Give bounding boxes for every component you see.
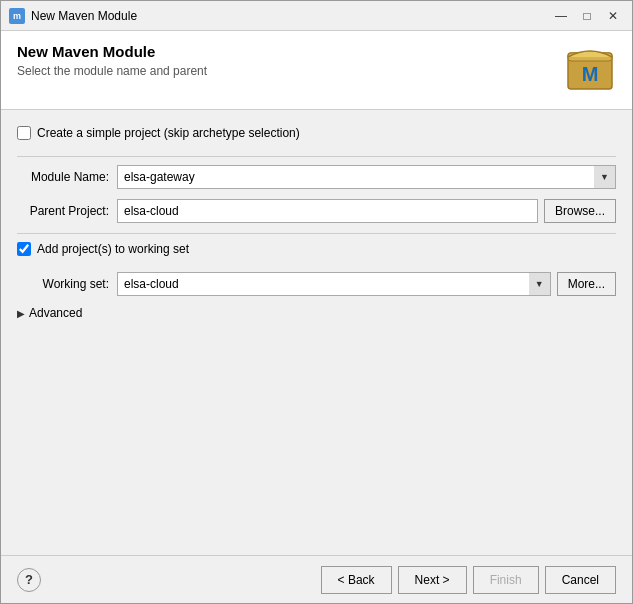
working-set-input[interactable] [117,272,551,296]
help-button[interactable]: ? [17,568,41,592]
maximize-button[interactable]: □ [576,5,598,27]
advanced-section[interactable]: ▶ Advanced [17,306,616,320]
simple-project-checkbox[interactable] [17,126,31,140]
header-section: New Maven Module Select the module name … [1,31,632,110]
window-title: New Maven Module [31,9,550,23]
finish-button[interactable]: Finish [473,566,539,594]
browse-button[interactable]: Browse... [544,199,616,223]
working-set-dropdown-arrow[interactable]: ▼ [529,272,551,296]
advanced-label: Advanced [29,306,82,320]
section-divider [17,156,616,157]
page-subtitle: Select the module name and parent [17,64,207,78]
add-working-set-label[interactable]: Add project(s) to working set [37,242,189,256]
simple-project-row: Create a simple project (skip archetype … [17,126,616,140]
working-set-combo: ▼ [117,272,551,296]
back-button[interactable]: < Back [321,566,392,594]
module-name-row: Module Name: ▼ [17,165,616,189]
next-button[interactable]: Next > [398,566,467,594]
advanced-expand-icon: ▶ [17,308,25,319]
maven-icon: M [564,43,616,95]
module-name-combo: ▼ [117,165,616,189]
working-set-label: Working set: [17,277,117,291]
form-area: Create a simple project (skip archetype … [1,110,632,555]
working-set-checkbox-row: Add project(s) to working set [17,242,616,256]
close-button[interactable]: ✕ [602,5,624,27]
more-button[interactable]: More... [557,272,616,296]
simple-project-label[interactable]: Create a simple project (skip archetype … [37,126,300,140]
page-title: New Maven Module [17,43,207,60]
module-name-input[interactable] [117,165,616,189]
header-text: New Maven Module Select the module name … [17,43,207,78]
app-icon: m [9,8,25,24]
svg-text:M: M [582,63,599,85]
add-working-set-checkbox[interactable] [17,242,31,256]
bottom-bar: ? < Back Next > Finish Cancel [1,555,632,603]
module-name-dropdown-arrow[interactable]: ▼ [594,165,616,189]
parent-project-input[interactable] [117,199,538,223]
parent-project-row: Parent Project: Browse... [17,199,616,223]
cancel-button[interactable]: Cancel [545,566,616,594]
dialog-window: m New Maven Module — □ ✕ New Maven Modul… [0,0,633,604]
window-controls: — □ ✕ [550,5,624,27]
section-divider-2 [17,233,616,234]
working-set-row: Working set: ▼ More... [17,272,616,296]
module-name-label: Module Name: [17,170,117,184]
parent-project-label: Parent Project: [17,204,117,218]
title-bar: m New Maven Module — □ ✕ [1,1,632,31]
content-area: New Maven Module Select the module name … [1,31,632,603]
minimize-button[interactable]: — [550,5,572,27]
